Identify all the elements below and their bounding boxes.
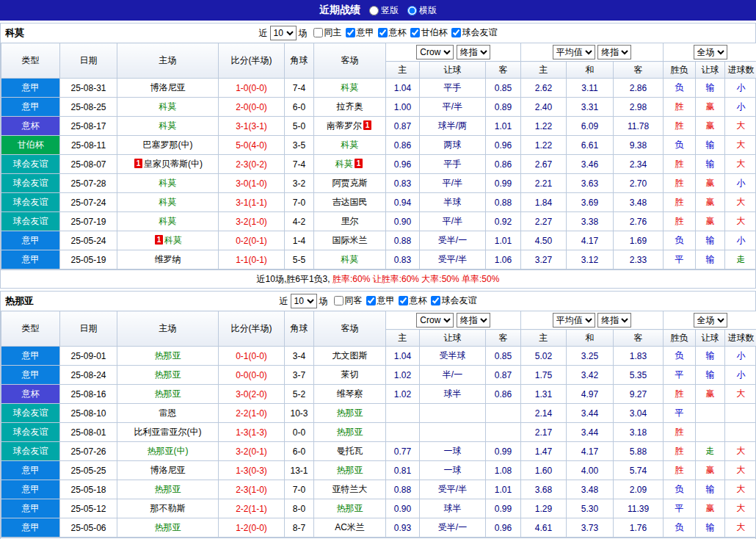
col-handicap-result: 让球 [696, 330, 725, 347]
cell-date: 25-07-26 [60, 442, 117, 461]
cell-avg-home-odds: 1.22 [521, 117, 567, 136]
cell-handicap-away-odds: 0.89 [486, 98, 521, 117]
col-avg-away: 客 [614, 330, 664, 347]
scope-select[interactable]: 全场 [694, 45, 727, 59]
cell-home-team: 那不勒斯 [117, 499, 219, 518]
layout-option-vertical[interactable]: 竖版 [369, 4, 399, 17]
col-home-odds: 主 [386, 330, 420, 347]
cell-handicap-away-odds: 1.08 [486, 461, 521, 480]
league-filter[interactable]: 意甲 [366, 294, 395, 307]
cell-away-team: AC米兰 [314, 518, 386, 538]
cell-avg-home-odds: 2.40 [521, 98, 567, 117]
average-select[interactable]: 平均值 [553, 45, 595, 59]
bookmaker-select[interactable]: Crow [416, 313, 454, 328]
cell-result: 胜 [664, 193, 696, 212]
cell-date: 25-08-17 [60, 117, 117, 136]
cell-date: 25-08-16 [60, 385, 117, 404]
cell-avg-away-odds: 5.74 [614, 461, 664, 480]
cell-date: 25-08-11 [60, 136, 117, 155]
odds-stage-select[interactable]: 终指 [457, 313, 490, 328]
cell-avg-away-odds: 2.98 [614, 98, 664, 117]
cell-home-team: 热那亚 [117, 480, 219, 499]
league-filter[interactable]: 意甲 [346, 26, 374, 39]
cell-handicap-line: 平/半 [420, 212, 486, 231]
team-name-text: 科莫 [335, 159, 353, 169]
cell-handicap-home-odds: 0.77 [386, 442, 420, 461]
league-filter-checkbox[interactable] [346, 28, 355, 37]
league-filter-checkbox[interactable] [431, 296, 440, 305]
odds-stage-select[interactable]: 终指 [597, 313, 631, 328]
cell-corner: 3-7 [285, 366, 314, 385]
layout-option-horizontal[interactable]: 横版 [407, 4, 437, 17]
cell-avg-home-odds: 5.02 [521, 347, 567, 366]
cell-type: 意甲 [1, 98, 60, 117]
cell-avg-home-odds: 2.67 [521, 155, 567, 174]
cell-handicap-home-odds: 0.86 [386, 136, 420, 155]
bookmaker-select[interactable]: Crow [416, 45, 454, 59]
league-filter-checkbox[interactable] [313, 28, 323, 37]
league-filter-checkbox[interactable] [366, 296, 376, 305]
col-type: 类型 [1, 43, 60, 79]
cell-corner: 1-4 [285, 231, 314, 250]
cell-avg-away-odds: 2.34 [614, 155, 664, 174]
league-filter[interactable]: 同客 [334, 294, 363, 307]
league-filter[interactable]: 同主 [313, 26, 342, 39]
cell-handicap-away-odds: 0.96 [486, 136, 521, 155]
cell-away-team: 科莫 [314, 250, 386, 270]
cell-handicap-result: 赢 [696, 212, 725, 231]
cell-avg-away-odds: 9.38 [614, 136, 664, 155]
league-filter[interactable]: 意杯 [399, 294, 427, 307]
average-select[interactable]: 平均值 [553, 313, 595, 328]
red-card-badge: 1 [355, 159, 363, 168]
cell-away-team: 科莫 [314, 79, 386, 98]
league-filter-checkbox[interactable] [451, 28, 461, 37]
cell-type: 意甲 [1, 347, 60, 366]
cell-avg-away-odds: 1.69 [614, 231, 664, 250]
cell-away-team: 热那亚 [314, 423, 386, 442]
summary-segment: 让胜率:60% [373, 274, 422, 284]
league-filter-label: 同主 [324, 26, 342, 39]
horizontal-radio-label: 横版 [419, 4, 437, 17]
matches-table: 类型 日期 主场 比分(半场) 角球 客场 Crow 终指 平均值 终指 全场 [1, 311, 756, 538]
filter-row: 热那亚 近 10 场 同客意甲意杯球会友谊 [1, 292, 755, 311]
league-filter[interactable]: 球会友谊 [431, 294, 477, 307]
horizontal-radio[interactable] [407, 6, 417, 15]
cell-handicap-result: 输 [696, 480, 725, 499]
cell-avg-home-odds: 1.84 [521, 193, 567, 212]
scope-header: 全场 [664, 43, 756, 62]
cell-result: 负 [664, 136, 696, 155]
league-filter-checkbox[interactable] [410, 28, 420, 37]
panel-genoa: 热那亚 近 10 场 同客意甲意杯球会友谊 类型 日期 主场 比分(半场) 角球… [0, 291, 756, 539]
cell-type: 意甲 [1, 480, 60, 499]
cell-date: 25-08-10 [60, 404, 117, 423]
odds-stage-select[interactable]: 终指 [597, 45, 631, 59]
match-count-select[interactable]: 10 [270, 26, 297, 40]
cell-handicap-result [696, 404, 725, 423]
cell-avg-away-odds: 1.76 [614, 518, 664, 538]
cell-date: 25-08-31 [60, 79, 117, 98]
col-home-odds: 主 [386, 62, 420, 79]
league-filter[interactable]: 球会友谊 [451, 26, 498, 39]
cell-avg-away-odds: 2.09 [614, 480, 664, 499]
cell-type: 意甲 [1, 250, 60, 270]
match-row: 球会友谊25-07-19科莫3-2(1-0)4-2里尔0.90平/半0.922.… [1, 212, 756, 231]
league-filter-checkbox[interactable] [378, 28, 388, 37]
scope-select[interactable]: 全场 [694, 313, 727, 328]
league-filter-checkbox[interactable] [334, 296, 344, 305]
cell-home-team: 科莫 [117, 174, 219, 193]
league-filter-checkbox[interactable] [399, 296, 408, 305]
league-filter-label: 意甲 [357, 26, 374, 39]
cell-handicap-away-odds: 0.88 [486, 193, 521, 212]
cell-avg-draw-odds: 4.17 [567, 231, 614, 250]
league-filter[interactable]: 甘伯杯 [410, 26, 448, 39]
cell-corner: 3-2 [285, 174, 314, 193]
vertical-radio[interactable] [369, 6, 379, 15]
odds-stage-select[interactable]: 终指 [457, 45, 490, 59]
league-filter-label: 意杯 [389, 26, 407, 39]
cell-home-team: 维罗纳 [117, 250, 219, 270]
cell-handicap-away-odds: 0.85 [486, 79, 521, 98]
cell-corner: 8-7 [285, 518, 314, 538]
match-count-select[interactable]: 10 [291, 294, 317, 308]
league-filter[interactable]: 意杯 [378, 26, 407, 39]
cell-handicap-line: 两球 [420, 136, 486, 155]
